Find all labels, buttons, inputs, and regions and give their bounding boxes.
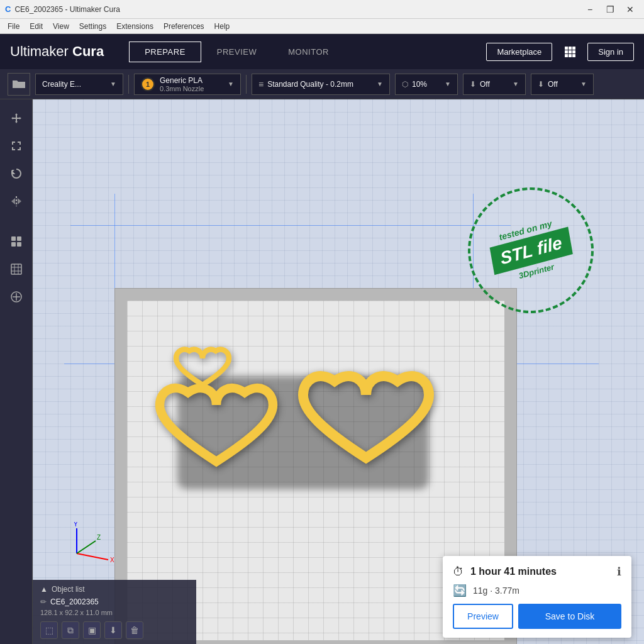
nav-right: Marketplace Sign in <box>486 42 634 62</box>
menu-edit[interactable]: Edit <box>25 21 48 32</box>
obj-export-btn[interactable]: ⬇ <box>104 621 122 639</box>
heart-cutters <box>152 338 467 514</box>
grid-icon-button[interactable] <box>560 42 580 62</box>
mirror-tool-button[interactable] <box>5 190 28 213</box>
infill-label: 10% <box>412 80 427 89</box>
printer-name: Creality E... <box>42 80 81 89</box>
viewport[interactable]: X Y Z tested on my STL file 3Dprinter <box>33 99 644 644</box>
quality-select[interactable]: ≡ Standard Quality - 0.2mm ▼ <box>252 74 390 95</box>
tab-preview[interactable]: PREVIEW <box>201 42 272 62</box>
quality-icon: ≡ <box>258 79 264 89</box>
per-model-button[interactable] <box>5 230 28 253</box>
material-row: 🔄 11g · 3.77m <box>453 584 621 597</box>
adhesion-label: Off <box>548 80 558 89</box>
signin-button[interactable]: Sign in <box>587 43 634 61</box>
obj-clone-btn[interactable]: ⧉ <box>62 621 79 639</box>
close-button[interactable]: ✕ <box>621 3 639 16</box>
svg-rect-0 <box>565 47 568 50</box>
nav-tabs: PREPARE PREVIEW MONITOR <box>129 42 345 62</box>
folder-icon <box>13 79 25 89</box>
window-title: CE6_2002365 - Ultimaker Cura <box>14 5 119 14</box>
object-list-chevron: ▲ <box>40 585 48 594</box>
title-bar: C CE6_2002365 - Ultimaker Cura − ❐ ✕ <box>0 0 644 19</box>
axis-indicator: X Y Z <box>70 522 121 569</box>
object-list-label: Object list <box>52 585 85 594</box>
infill-icon: ⬡ <box>402 80 408 89</box>
tab-prepare[interactable]: PREPARE <box>129 42 201 62</box>
svg-rect-13 <box>11 236 16 241</box>
move-tool-button[interactable] <box>5 107 28 130</box>
custom-support-button[interactable] <box>5 286 28 308</box>
save-to-disk-button[interactable]: Save to Disk <box>518 604 621 629</box>
support-label: Off <box>480 80 490 89</box>
menu-file[interactable]: File <box>3 21 25 32</box>
object-name: CE6_2002365 <box>50 597 99 606</box>
open-folder-button[interactable] <box>8 73 30 96</box>
rotate-tool-button[interactable] <box>5 162 28 185</box>
grid-icon <box>564 46 575 57</box>
nozzle-number: 1 <box>141 77 155 91</box>
move-icon <box>10 112 23 125</box>
app: Ultimaker Cura PREPARE PREVIEW MONITOR M… <box>0 34 644 644</box>
adhesion-chevron: ▼ <box>580 80 587 87</box>
svg-text:Y: Y <box>74 522 78 528</box>
marketplace-button[interactable]: Marketplace <box>486 43 552 61</box>
info-icon-button[interactable]: ℹ <box>617 565 621 579</box>
print-time: 1 hour 41 minutes <box>470 566 611 577</box>
minimize-button[interactable]: − <box>581 3 599 16</box>
adhesion-select[interactable]: ⬇ Off ▼ <box>531 74 594 95</box>
svg-rect-16 <box>17 242 21 247</box>
svg-rect-3 <box>565 50 568 53</box>
object-entry: ✏ CE6_2002365 <box>40 597 189 606</box>
obj-delete-btn[interactable]: 🗑 <box>126 621 143 639</box>
menu-settings[interactable]: Settings <box>74 21 111 32</box>
svg-text:Z: Z <box>97 534 101 541</box>
maximize-button[interactable]: ❐ <box>601 3 619 16</box>
edit-icon: ✏ <box>40 597 47 606</box>
menu-view[interactable]: View <box>48 21 74 32</box>
support-icon <box>10 263 23 275</box>
object-list-header: ▲ Object list <box>40 585 189 594</box>
object-icon-buttons: ⬚ ⧉ ▣ ⬇ 🗑 <box>40 621 189 639</box>
obj-arrange-btn[interactable]: ▣ <box>83 621 101 639</box>
menu-bar: File Edit View Settings Extensions Prefe… <box>0 19 644 34</box>
svg-marker-9 <box>12 170 14 172</box>
material-name: Generic PLA <box>160 76 204 85</box>
svg-rect-14 <box>17 236 21 241</box>
nozzle-size: 0.3mm Nozzle <box>160 85 204 92</box>
guide-line-horizontal-1 <box>70 225 511 226</box>
nozzle-selector[interactable]: 1 Generic PLA 0.3mm Nozzle ▼ <box>134 74 241 95</box>
toolbar: Creality E... ▼ 1 Generic PLA 0.3mm Nozz… <box>0 69 644 99</box>
menu-help[interactable]: Help <box>209 21 235 32</box>
svg-rect-6 <box>565 54 568 57</box>
obj-view-btn[interactable]: ⬚ <box>40 621 58 639</box>
infill-select[interactable]: ⬡ 10% ▼ <box>395 74 458 95</box>
preview-button[interactable]: Preview <box>453 604 513 629</box>
support-download-icon: ⬇ <box>470 80 476 89</box>
object-list-panel: ▲ Object list ✏ CE6_2002365 128.1 x 92.2… <box>33 580 196 644</box>
nozzle-chevron: ▼ <box>228 80 234 87</box>
adhesion-icon: ⬇ <box>538 80 544 89</box>
quality-chevron: ▼ <box>377 80 383 87</box>
printer-select[interactable]: Creality E... ▼ <box>35 74 123 95</box>
logo: Ultimaker Cura <box>10 43 104 60</box>
support-button[interactable] <box>5 258 28 280</box>
support-chevron: ▼ <box>513 80 519 87</box>
menu-extensions[interactable]: Extensions <box>111 21 158 32</box>
svg-rect-8 <box>572 54 575 57</box>
support-select[interactable]: ⬇ Off ▼ <box>463 74 526 95</box>
menu-preferences[interactable]: Preferences <box>158 21 209 32</box>
svg-line-25 <box>77 553 108 560</box>
quality-label: Standard Quality - 0.2mm <box>267 80 353 89</box>
per-model-icon <box>10 235 23 248</box>
scale-tool-button[interactable] <box>5 135 28 157</box>
top-nav: Ultimaker Cura PREPARE PREVIEW MONITOR M… <box>0 34 644 69</box>
time-row: ⏱ 1 hour 41 minutes ℹ <box>453 565 621 579</box>
tab-monitor[interactable]: MONITOR <box>272 42 345 62</box>
object-dimensions: 128.1 x 92.2 x 11.0 mm <box>40 609 189 616</box>
mirror-icon <box>10 195 23 208</box>
filament-icon: 🔄 <box>453 584 467 597</box>
scale-icon <box>10 140 23 152</box>
svg-rect-17 <box>11 264 21 274</box>
svg-text:X: X <box>110 557 114 564</box>
